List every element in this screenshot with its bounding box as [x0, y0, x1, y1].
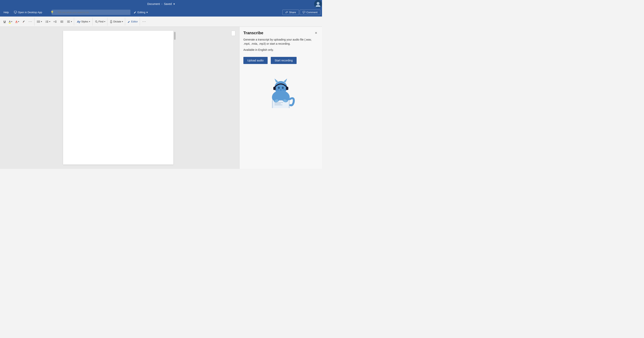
panel-header: Transcribe ✕ — [240, 27, 322, 38]
panel-close-button[interactable]: ✕ — [314, 30, 318, 36]
open-desktop-label: Open in Desktop App — [18, 11, 42, 14]
editing-button[interactable]: Editing ▾ — [131, 10, 150, 15]
svg-point-36 — [278, 87, 280, 89]
styles-icon: Ay — [77, 20, 80, 23]
styles-group: Ay Styles ▾ — [74, 18, 92, 25]
search-wrapper: 💡 — [48, 10, 127, 15]
highlight-chevron[interactable]: ▾ — [11, 20, 12, 23]
upload-audio-button[interactable]: Upload audio — [243, 57, 268, 64]
panel-body: Generate a transcript by uploading your … — [240, 38, 322, 169]
menu-bar: Help Open in Desktop App 💡 Editing ▾ Sha… — [0, 8, 322, 16]
search-input[interactable] — [52, 10, 130, 15]
font-color-button[interactable]: A ▾ — [14, 19, 20, 24]
comment-button[interactable]: Comment — [300, 10, 320, 15]
save-status: Saved — [164, 2, 172, 5]
panel-buttons: Upload audio Start recording — [243, 57, 318, 64]
font-color-chevron[interactable]: ▾ — [18, 20, 19, 23]
document-area[interactable] — [0, 27, 239, 169]
ribbon: U A ▾ A ▾ ··· ▾ 1.2.3. ▾ ▾ — [0, 16, 322, 27]
svg-rect-44 — [286, 87, 288, 90]
scrollbar-thumb[interactable] — [174, 32, 176, 40]
main-content: Transcribe ✕ Generate a transcript by up… — [0, 27, 322, 169]
find-label: Find — [98, 20, 104, 23]
editor-label: Editor — [131, 20, 138, 23]
editing-chevron: ▾ — [146, 11, 148, 14]
highlight-button[interactable]: A ▾ — [8, 19, 14, 24]
title-bar: Document - Saved ▾ — [0, 0, 322, 8]
editor-button[interactable]: Editor — [126, 19, 139, 24]
vertical-scrollbar[interactable] — [174, 31, 176, 40]
editor-group: Editor — [126, 18, 140, 25]
svg-rect-27 — [110, 20, 112, 22]
svg-point-0 — [317, 2, 320, 5]
svg-rect-2 — [14, 11, 16, 13]
align-chevron[interactable]: ▾ — [71, 20, 72, 23]
svg-text:3.: 3. — [45, 22, 46, 23]
dictate-group: Dictate ▾ — [108, 18, 125, 25]
dictate-label: Dictate — [113, 20, 121, 23]
increase-indent-button[interactable] — [59, 19, 65, 24]
dictate-button[interactable]: Dictate ▾ — [108, 19, 124, 24]
find-group: Find ▾ — [93, 18, 108, 25]
styles-chevron[interactable]: ▾ — [89, 20, 90, 23]
comment-label: Comment — [306, 11, 318, 14]
styles-button[interactable]: Ay Styles ▾ — [75, 19, 92, 24]
bullet-chevron[interactable]: ▾ — [41, 20, 42, 23]
document-page[interactable] — [63, 31, 174, 165]
start-recording-button[interactable]: Start recording — [271, 57, 297, 64]
font-color-icon: A — [15, 20, 18, 23]
svg-point-1 — [316, 5, 320, 7]
svg-point-38 — [280, 89, 282, 90]
numbered-chevron[interactable]: ▾ — [49, 20, 50, 23]
cat-illustration — [243, 69, 318, 108]
page-indicator — [231, 31, 235, 36]
bullet-list-button[interactable]: ▾ — [36, 19, 43, 24]
more-ribbon-group: ··· — [140, 18, 148, 25]
svg-point-25 — [96, 21, 97, 22]
text-format-group: U A ▾ A ▾ ··· — [2, 18, 34, 25]
decrease-indent-button[interactable] — [52, 19, 58, 24]
title-separator: - — [162, 2, 162, 5]
align-button[interactable]: ▾ — [66, 19, 73, 24]
svg-rect-3 — [303, 11, 305, 13]
title-bar-text: Document - Saved ▾ — [147, 2, 174, 5]
editing-label: Editing — [138, 11, 146, 14]
find-chevron[interactable]: ▾ — [104, 20, 105, 23]
svg-point-8 — [37, 22, 38, 23]
dictate-chevron[interactable]: ▾ — [122, 20, 123, 23]
panel-description: Generate a transcript by uploading your … — [243, 38, 318, 46]
svg-point-4 — [37, 20, 38, 21]
svg-point-31 — [274, 81, 287, 94]
svg-line-26 — [97, 22, 98, 23]
svg-rect-43 — [273, 87, 276, 90]
more-format-button[interactable]: ··· — [28, 19, 34, 24]
panel-note: Available in English only. — [243, 48, 318, 51]
title-dropdown-icon[interactable]: ▾ — [174, 2, 175, 5]
transcribe-cat-svg — [261, 69, 300, 108]
styles-label: Styles — [81, 20, 88, 23]
numbered-list-button[interactable]: 1.2.3. ▾ — [44, 19, 52, 24]
document-name: Document — [147, 2, 160, 5]
menu-help[interactable]: Help — [2, 10, 11, 15]
more-ribbon-button[interactable]: ··· — [141, 19, 147, 24]
highlight-icon: A — [9, 20, 11, 23]
svg-point-37 — [282, 87, 284, 89]
svg-point-6 — [37, 21, 38, 22]
share-button[interactable]: Share — [282, 10, 299, 15]
underline-button[interactable]: U — [2, 19, 7, 24]
transcribe-panel: Transcribe ✕ Generate a transcript by up… — [239, 27, 322, 169]
share-label: Share — [289, 11, 296, 14]
user-avatar[interactable] — [314, 0, 322, 8]
format-paint-button[interactable] — [21, 19, 26, 24]
find-button[interactable]: Find ▾ — [94, 19, 106, 24]
open-desktop-button[interactable]: Open in Desktop App — [12, 10, 44, 15]
list-group: ▾ 1.2.3. ▾ ▾ — [35, 18, 74, 25]
right-buttons: Share Comment — [282, 10, 320, 15]
panel-title: Transcribe — [243, 31, 263, 35]
